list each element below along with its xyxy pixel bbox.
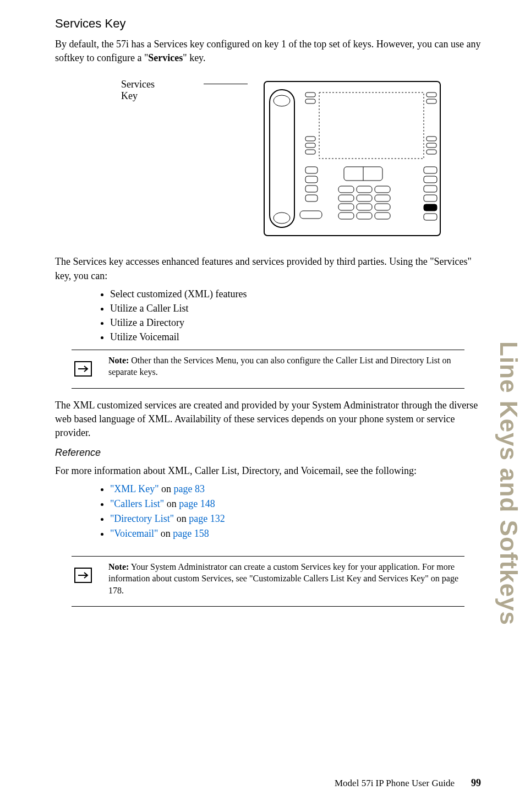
link-sep: on bbox=[158, 528, 173, 539]
list-item: Utilize a Directory bbox=[110, 317, 481, 329]
svg-rect-36 bbox=[375, 204, 390, 210]
svg-rect-7 bbox=[305, 137, 315, 141]
phone-illustration bbox=[248, 76, 446, 241]
phone-figure: Services Key bbox=[55, 76, 481, 241]
side-tab: Line Keys and Softkeys bbox=[492, 341, 525, 694]
intro-bold: Services bbox=[148, 52, 183, 63]
svg-rect-8 bbox=[305, 143, 315, 148]
list-item: Utilize Voicemail bbox=[110, 331, 481, 343]
svg-rect-22 bbox=[424, 167, 437, 173]
note-block-2: Note: Your System Administrator can crea… bbox=[72, 556, 464, 607]
note-text: Note: Your System Administrator can crea… bbox=[108, 561, 464, 597]
footer-guide-title: Model 57i IP Phone User Guide bbox=[335, 778, 455, 789]
link-page-148[interactable]: page 148 bbox=[179, 498, 215, 509]
intro-suffix: " key. bbox=[183, 52, 205, 63]
svg-rect-25 bbox=[424, 195, 437, 201]
figure-callout-label: Services Key bbox=[121, 79, 204, 102]
svg-rect-31 bbox=[338, 195, 354, 201]
svg-rect-9 bbox=[305, 150, 315, 154]
svg-rect-34 bbox=[338, 204, 354, 210]
svg-rect-5 bbox=[305, 92, 315, 97]
svg-rect-39 bbox=[375, 212, 390, 219]
svg-rect-19 bbox=[305, 186, 318, 192]
svg-rect-26 bbox=[424, 204, 437, 211]
xml-paragraph: The XML customized services are created … bbox=[55, 399, 481, 440]
svg-rect-29 bbox=[357, 186, 372, 193]
list-item: "Directory List" on page 132 bbox=[110, 513, 481, 525]
svg-rect-28 bbox=[338, 186, 354, 193]
svg-rect-4 bbox=[319, 92, 424, 159]
svg-rect-35 bbox=[357, 204, 372, 210]
svg-rect-21 bbox=[300, 211, 322, 219]
reference-intro: For more information about XML, Caller L… bbox=[55, 464, 481, 478]
figure-leader-line bbox=[204, 84, 248, 84]
figure-label-line1: Services bbox=[121, 79, 155, 90]
svg-rect-20 bbox=[305, 195, 318, 201]
svg-rect-18 bbox=[305, 176, 318, 183]
link-sep: on bbox=[174, 513, 189, 524]
link-xml-key[interactable]: "XML Key" bbox=[110, 483, 159, 494]
svg-rect-1 bbox=[270, 90, 294, 227]
list-item: "XML Key" on page 83 bbox=[110, 483, 481, 495]
section-heading: Services Key bbox=[55, 17, 481, 31]
note-label: Note: bbox=[108, 562, 129, 571]
svg-rect-17 bbox=[305, 167, 318, 173]
svg-rect-23 bbox=[424, 176, 437, 183]
features-list: Select customized (XML) features Utilize… bbox=[110, 288, 481, 343]
svg-rect-27 bbox=[424, 214, 437, 220]
list-item: Select customized (XML) features bbox=[110, 288, 481, 300]
note-block-1: Note: Other than the Services Menu, you … bbox=[72, 350, 464, 389]
list-item: "Callers List" on page 148 bbox=[110, 498, 481, 510]
note-body: Your System Administrator can create a c… bbox=[108, 562, 458, 595]
link-sep: on bbox=[159, 483, 174, 494]
link-page-83[interactable]: page 83 bbox=[174, 483, 205, 494]
link-callers-list[interactable]: "Callers List" bbox=[110, 498, 164, 509]
svg-rect-6 bbox=[305, 99, 315, 103]
svg-rect-37 bbox=[338, 212, 354, 219]
reference-link-list: "XML Key" on page 83 "Callers List" on p… bbox=[110, 483, 481, 539]
arrow-right-icon bbox=[74, 361, 92, 377]
intro-prefix: By default, the 57i has a Services key c… bbox=[55, 39, 481, 63]
intro-paragraph: By default, the 57i has a Services key c… bbox=[55, 37, 481, 65]
figure-label-line2: Key bbox=[121, 90, 138, 101]
side-tab-label: Line Keys and Softkeys bbox=[495, 341, 522, 625]
list-item: "Voicemail" on page 158 bbox=[110, 528, 481, 539]
svg-rect-24 bbox=[424, 186, 437, 192]
svg-rect-14 bbox=[426, 150, 436, 154]
svg-rect-11 bbox=[426, 99, 436, 103]
svg-rect-38 bbox=[357, 212, 372, 219]
svg-rect-33 bbox=[375, 195, 390, 201]
arrow-right-icon bbox=[74, 568, 92, 583]
svg-rect-30 bbox=[375, 186, 390, 193]
svg-rect-13 bbox=[426, 143, 436, 148]
svg-rect-12 bbox=[426, 137, 436, 141]
note-label: Note: bbox=[108, 356, 129, 365]
link-directory-list[interactable]: "Directory List" bbox=[110, 513, 174, 524]
services-access-paragraph: The Services key accesses enhanced featu… bbox=[55, 255, 481, 282]
link-page-132[interactable]: page 132 bbox=[189, 513, 225, 524]
reference-heading: Reference bbox=[55, 447, 481, 459]
page-footer: Model 57i IP Phone User Guide 99 bbox=[335, 777, 481, 789]
note-text: Note: Other than the Services Menu, you … bbox=[108, 355, 464, 378]
link-sep: on bbox=[164, 498, 179, 509]
svg-point-3 bbox=[274, 212, 290, 224]
link-page-158[interactable]: page 158 bbox=[173, 528, 209, 539]
svg-rect-32 bbox=[357, 195, 372, 201]
svg-point-2 bbox=[274, 95, 290, 106]
note-body: Other than the Services Menu, you can al… bbox=[108, 356, 451, 377]
svg-rect-10 bbox=[426, 92, 436, 97]
list-item: Utilize a Caller List bbox=[110, 303, 481, 314]
footer-page-number: 99 bbox=[471, 777, 481, 789]
link-voicemail[interactable]: "Voicemail" bbox=[110, 528, 158, 539]
